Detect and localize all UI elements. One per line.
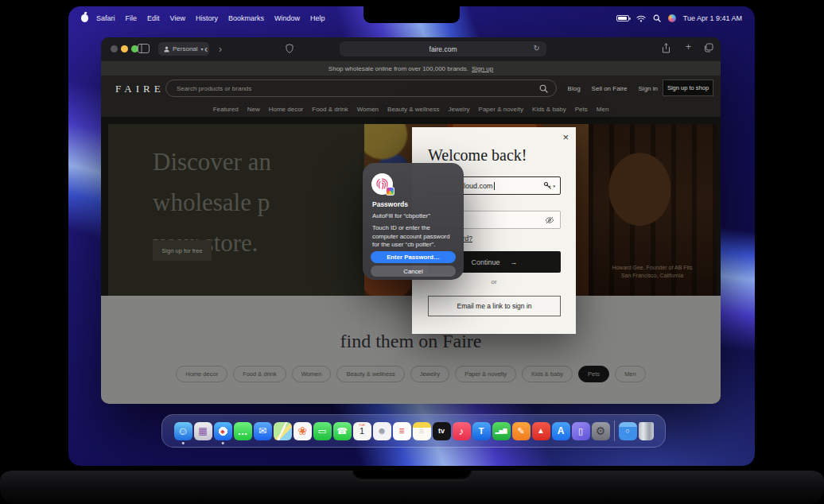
founder-caption-name: Howard Gee, Founder of AB Fits [593, 264, 712, 272]
category-pill[interactable]: Paper & novelty [455, 366, 516, 382]
profile-label: Personal [173, 45, 198, 52]
menu-item[interactable]: Help [310, 14, 325, 22]
category-pill[interactable]: Beauty & wellness [336, 366, 404, 382]
menu-item[interactable]: Bookmarks [228, 14, 264, 22]
dock-icon-glyph: 1 [360, 427, 364, 436]
menu-item[interactable]: File [126, 14, 138, 22]
category-nav-item[interactable]: Home decor [269, 106, 304, 113]
back-button[interactable]: ‹ [204, 45, 208, 54]
mail-dock-icon[interactable]: ✉ [254, 422, 272, 440]
menu-item[interactable]: History [196, 14, 218, 22]
menu-item[interactable]: Edit [147, 14, 160, 22]
dock-icon-glyph: ♪ [459, 426, 464, 436]
category-pill[interactable]: Food & drink [233, 366, 286, 382]
category-nav-item[interactable]: Pets [575, 106, 588, 113]
category-pill[interactable]: Men [615, 366, 646, 382]
iphone-mirroring-dock-icon[interactable]: ▯ [572, 422, 590, 440]
category-pill[interactable]: Home decor [176, 366, 227, 382]
search-icon[interactable] [539, 84, 548, 93]
display-notch [363, 6, 460, 23]
email-link-button[interactable]: Email me a link to sign in [428, 296, 561, 316]
share-icon[interactable] [662, 43, 670, 53]
rocket-app-dock-icon[interactable]: ▲ [532, 422, 550, 440]
reminders-dock-icon[interactable]: ≡ [393, 422, 411, 440]
dock-icon-sub-label: TUE [353, 424, 371, 427]
show-password-eye-icon[interactable] [545, 216, 554, 224]
menu-items: SafariFileEditViewHistoryBookmarksWindow… [96, 14, 325, 22]
pages-dock-icon[interactable]: ✎ [512, 422, 531, 440]
messages-dock-icon[interactable]: … [234, 422, 252, 440]
dock-icon-glyph: ⚙ [596, 425, 606, 436]
address-bar[interactable]: faire.com ↻ [340, 41, 546, 56]
spotlight-search-icon[interactable] [653, 14, 661, 22]
contacts-dock-icon[interactable]: ☻ [373, 422, 391, 440]
category-pills: Home decor Food & drink Women Beauty & w… [101, 366, 721, 382]
system-settings-dock-icon[interactable]: ⚙ [592, 422, 610, 440]
downloads-folder-dock-icon[interactable]: ○ [619, 422, 637, 440]
category-nav-item[interactable]: Kids & baby [532, 106, 566, 113]
hero-signup-free-button[interactable]: Sign up for free [153, 240, 212, 261]
close-icon[interactable]: × [562, 132, 569, 142]
photos-dock-icon[interactable]: ❀ [293, 422, 312, 440]
maps-dock-icon[interactable] [274, 422, 292, 440]
new-tab-icon[interactable]: + [686, 41, 691, 52]
cancel-button[interactable]: Cancel [371, 266, 456, 277]
url-text: faire.com [429, 45, 457, 53]
autofill-key-icon[interactable]: ▾ [543, 181, 555, 190]
trash-dock-icon[interactable] [639, 422, 654, 440]
reload-icon[interactable]: ↻ [534, 44, 540, 52]
music-dock-icon[interactable]: ♪ [453, 422, 471, 440]
apple-menu-icon[interactable] [81, 14, 88, 22]
hero-text-panel: Discover anwholesale pyour store. Sign u… [108, 124, 364, 296]
category-nav-item[interactable]: Paper & novelty [479, 106, 523, 113]
menu-item[interactable]: View [170, 14, 185, 22]
header-link[interactable]: Sell on Faire [592, 85, 628, 92]
finder-dock-icon[interactable]: ☺ [174, 422, 192, 440]
faire-logo[interactable]: FAIRE [115, 83, 165, 95]
category-nav-item[interactable]: Featured [213, 106, 239, 113]
category-nav-item[interactable]: Food & drink [312, 106, 348, 113]
header-link[interactable]: Blog [568, 85, 581, 92]
site-search-bar[interactable]: Search products or brands [165, 79, 557, 97]
category-nav-item[interactable]: Beauty & wellness [387, 106, 439, 113]
sidebar-toggle-icon[interactable] [138, 44, 150, 53]
enter-password-button[interactable]: Enter Password… [371, 251, 456, 263]
category-pill[interactable]: Jewelry [410, 366, 449, 382]
category-nav-item[interactable]: Women [357, 106, 379, 113]
siri-icon[interactable] [668, 14, 676, 22]
category-pill[interactable]: Kids & baby [522, 366, 573, 382]
wifi-icon[interactable] [636, 15, 646, 22]
menu-bar-clock[interactable]: Tue Apr 1 9:41 AM [683, 14, 742, 22]
safari-dock-icon[interactable]: ◆ [214, 422, 232, 440]
keynote-dock-icon[interactable]: T [472, 422, 491, 440]
menu-item[interactable]: Safari [96, 14, 115, 22]
founder-caption: Howard Gee, Founder of AB Fits San Franc… [593, 264, 712, 279]
touchid-fingerprint-icon [371, 173, 393, 195]
category-pill[interactable]: Pets [578, 366, 609, 382]
category-nav-item[interactable]: Jewelry [448, 106, 469, 113]
category-nav-item[interactable]: New [247, 106, 260, 113]
forward-button[interactable]: › [219, 45, 222, 54]
header-link[interactable]: Sign in [639, 85, 658, 92]
minimize-window-button[interactable] [121, 45, 128, 52]
menu-item[interactable]: Window [274, 14, 300, 22]
launchpad-dock-icon[interactable]: ▦ [194, 422, 212, 440]
banner-signup-link[interactable]: Sign up [472, 65, 493, 72]
phone-dock-icon[interactable]: ☎ [333, 422, 352, 440]
apple-tv-dock-icon[interactable]: tv [433, 422, 451, 440]
numbers-dock-icon[interactable]: ▂▅▇ [492, 422, 511, 440]
battery-icon[interactable] [616, 15, 629, 21]
dock-divider [614, 421, 615, 441]
facetime-dock-icon[interactable]: ▭ [313, 422, 332, 440]
category-pill-label: Paper & novelty [464, 370, 507, 378]
close-window-button[interactable] [111, 45, 118, 52]
notes-dock-icon[interactable]: ≡ [413, 422, 431, 440]
category-pill[interactable]: Women [292, 366, 332, 382]
app-store-dock-icon[interactable]: A [552, 422, 570, 440]
category-nav-item[interactable]: Men [597, 106, 609, 113]
dock-icon-glyph: ✎ [517, 427, 524, 436]
calendar-dock-icon[interactable]: TUE 1 [353, 422, 371, 440]
privacy-shield-icon[interactable] [286, 44, 293, 53]
signup-to-shop-button[interactable]: Sign up to shop [663, 79, 713, 96]
tab-overview-icon[interactable] [704, 43, 713, 52]
